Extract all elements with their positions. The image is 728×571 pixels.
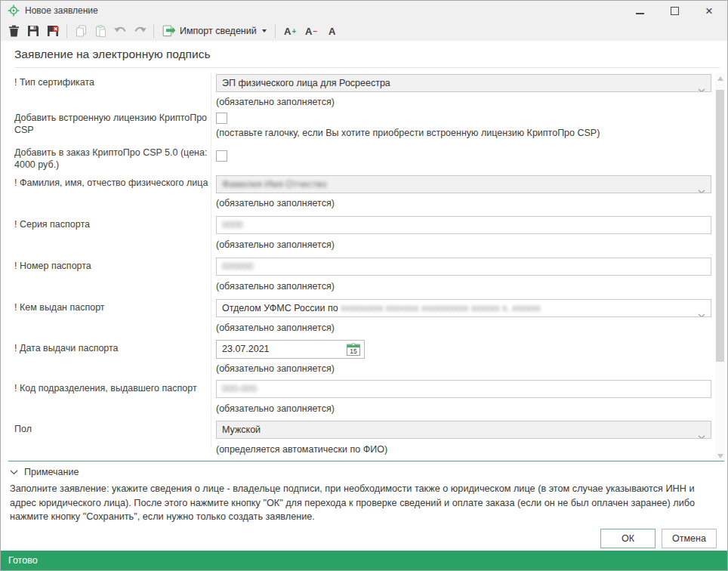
scroll-up-button[interactable] (715, 73, 725, 83)
field-label: ! Дата выдачи паспорта (14, 342, 209, 354)
select-value: ЭП физического лица для Росреестра (222, 78, 390, 88)
csp5-order-checkbox[interactable] (216, 150, 227, 162)
form-area: ! Тип сертификата ЭП физического лица дл… (1, 69, 728, 461)
font-increase-icon: A (284, 26, 291, 37)
field-label: Добавить встроенную лицензию КриптоПро C… (14, 112, 209, 136)
scroll-down-button[interactable] (715, 451, 725, 461)
redo-button[interactable] (131, 23, 148, 39)
toolbar-separator (275, 24, 276, 38)
undo-icon (113, 25, 128, 36)
svg-text:15: 15 (350, 347, 357, 355)
header-rule (14, 67, 720, 68)
field-label: ! Код подразделения, выдавшего паспорт (14, 382, 215, 394)
target-icon (8, 5, 20, 17)
form-title: Заявление на электронную подпись (14, 48, 210, 61)
certificate-type-select[interactable]: ЭП физического лица для Росреестра (216, 74, 711, 92)
minimize-icon (636, 13, 644, 14)
field-hint: (обязательно заполняется) (216, 403, 335, 414)
calendar-picker-button[interactable]: 15 (347, 343, 360, 356)
toolbar: Импорт сведений A+ A− A (1, 20, 727, 41)
chevron-down-icon (698, 428, 705, 439)
vertical-scrollbar[interactable] (715, 73, 725, 461)
toolbar-separator (153, 24, 154, 38)
chevron-down-icon (698, 82, 705, 92)
field-hint: (обязательно заполняется) (216, 198, 335, 208)
field-hint: (обязательно заполняется) (216, 239, 335, 250)
import-dropdown-caret-icon (262, 29, 267, 32)
select-value: Мужской (222, 424, 261, 435)
delete-button[interactable] (5, 23, 22, 39)
application-window: Новое заявление × (0, 0, 728, 571)
paste-icon (95, 25, 106, 37)
import-icon (162, 25, 176, 37)
field-hint: (обязательно заполняется) (216, 363, 335, 374)
status-bar: Готово (1, 551, 727, 570)
masked-value: 000-000 (222, 384, 257, 394)
arrow-down-icon (717, 454, 723, 458)
chevron-down-icon (10, 470, 18, 475)
field-label: ! Кем выдан паспорт (14, 301, 209, 313)
calendar-icon: 15 (347, 343, 360, 356)
field-hint: (обязательно заполняется) (216, 97, 335, 107)
maximize-button[interactable] (667, 3, 682, 18)
note-section-title: Примечание (24, 467, 79, 477)
passport-issue-date-input[interactable]: 23.07.2021 15 (216, 340, 365, 359)
passport-issuer-select[interactable]: Отделом УФМС России по xxxxxxxxx xxxxxxx… (216, 299, 711, 317)
builtin-license-checkbox[interactable] (216, 113, 227, 124)
masked-value: Фамилия Имя Отчество (222, 179, 327, 190)
title-bar: Новое заявление × (1, 1, 727, 20)
chevron-down-icon (698, 183, 705, 193)
chevron-down-icon (698, 307, 705, 317)
note-section-toggle[interactable]: Примечание (10, 467, 79, 477)
field-hint: (определяется автоматически по ФИО) (216, 444, 387, 455)
close-icon: × (705, 5, 713, 17)
redo-icon (133, 25, 147, 36)
cancel-button[interactable]: Отмена (662, 529, 717, 548)
font-decrease-icon: A (305, 26, 312, 37)
field-hint: (обязательно заполняется) (216, 281, 335, 292)
save-button[interactable] (25, 23, 42, 39)
gender-select[interactable]: Мужской (216, 421, 711, 439)
font-increase-button[interactable]: A+ (281, 23, 299, 39)
full-name-select[interactable]: Фамилия Имя Отчество (216, 175, 711, 193)
window-title: Новое заявление (25, 5, 98, 16)
save-close-icon (47, 25, 59, 37)
copy-button[interactable] (72, 23, 89, 39)
passport-number-input[interactable]: 000000 (216, 258, 711, 276)
field-hint: (обязательно заполняется) (216, 323, 335, 333)
field-label: Пол (14, 423, 209, 435)
field-label: ! Тип сертификата (14, 76, 209, 88)
toolbar-separator (66, 24, 67, 38)
close-button[interactable]: × (702, 3, 717, 18)
paste-button[interactable] (92, 23, 109, 39)
arrow-up-icon (717, 76, 723, 81)
field-label: Добавить в заказ КриптоПро CSP 5.0 (цена… (14, 147, 209, 171)
division-code-input[interactable]: 000-000 (216, 380, 711, 398)
copy-icon (76, 25, 87, 37)
field-label: ! Фамилия, имя, отчество физического лиц… (14, 177, 209, 189)
footer-buttons: ОК Отмена (600, 529, 717, 548)
ok-button[interactable]: ОК (600, 529, 656, 548)
import-data-button[interactable]: Импорт сведений (159, 23, 270, 39)
undo-button[interactable] (112, 23, 128, 39)
maximize-icon (671, 7, 679, 15)
field-label: ! Серия паспорта (14, 218, 209, 230)
font-reset-button[interactable]: A (323, 23, 341, 39)
select-value: Отделом УФМС России по (222, 303, 338, 313)
note-text: Заполните заявление: укажите сведения о … (10, 482, 723, 524)
font-decrease-button[interactable]: A− (302, 23, 320, 39)
save-icon (27, 25, 39, 37)
masked-value: 0000 (222, 220, 243, 230)
section-divider (8, 461, 724, 461)
save-and-close-button[interactable] (45, 23, 61, 39)
scroll-thumb[interactable] (716, 90, 724, 362)
status-text: Готово (8, 555, 38, 566)
minimize-button[interactable] (632, 3, 647, 18)
passport-series-input[interactable]: 0000 (216, 216, 711, 234)
field-hint: (поставьте галочку, если Вы хотите приоб… (216, 128, 600, 138)
font-reset-icon: A (329, 26, 335, 37)
trash-icon (8, 25, 20, 37)
date-value: 23.07.2021 (222, 344, 270, 354)
masked-value: 000000 (222, 261, 254, 272)
field-label: ! Номер паспорта (14, 260, 209, 272)
